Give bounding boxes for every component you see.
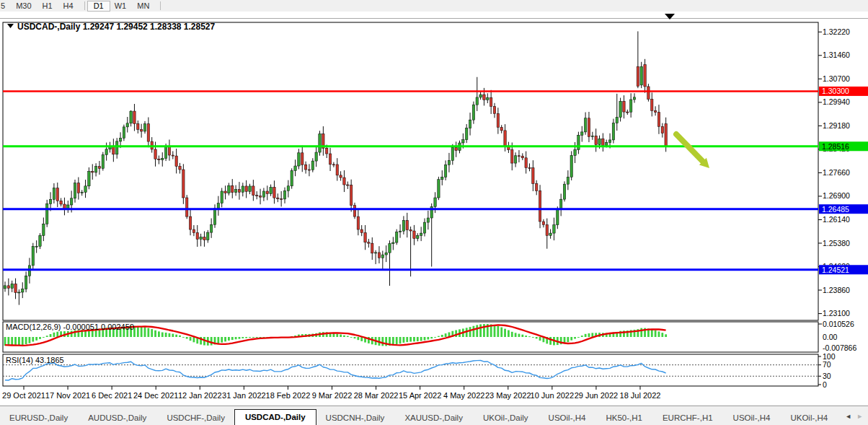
macd-axis-label: 0.010526 — [823, 320, 854, 328]
price-axis-label: 1.23860 — [823, 286, 850, 294]
tabs-scroll-right-icon[interactable]: ► — [856, 413, 863, 420]
tab-usoil-h4[interactable]: USOil-,H4 — [539, 411, 595, 425]
macd-axis-label: -0.007866 — [823, 343, 856, 352]
time-axis-label: 17 Nov 2021 — [45, 391, 90, 400]
tab-hk50-h1[interactable]: HK50-,H1 — [596, 411, 652, 425]
tab-eurusd-daily[interactable]: EURUSD-,Daily — [0, 411, 77, 425]
price-axis-label: 1.30700 — [823, 74, 850, 83]
rsi-axis-label: 70 — [823, 360, 831, 369]
tab-audusd-daily[interactable]: AUDUSD-,Daily — [79, 411, 156, 425]
price-badge-label: 1.30300 — [822, 87, 849, 95]
price-axis-label: 1.32220 — [823, 27, 850, 36]
price-axis-label: 1.25380 — [823, 239, 850, 247]
price-axis-label: 1.29180 — [823, 121, 850, 130]
time-axis-label: 24 Dec 2021 — [133, 391, 178, 400]
time-axis-label: 18 Jul 2022 — [620, 391, 661, 400]
price-badge-label: 1.24521 — [822, 266, 849, 274]
price-axis-label: 1.27660 — [823, 168, 850, 177]
time-axis-label: 12 Jan 2022 — [178, 391, 222, 400]
chart-title-ohlc: USDCAD-,Daily 1.29247 1.29452 1.28338 1.… — [17, 22, 216, 32]
time-axis-label: 18 Feb 2022 — [266, 391, 311, 400]
time-axis-label: 9 Mar 2022 — [312, 391, 353, 400]
tab-xauusd-daily[interactable]: XAUUSD-,Daily — [395, 411, 472, 425]
tab-usdcnh-daily[interactable]: USDCNH-,Daily — [316, 411, 394, 425]
price-axis-label: 1.29940 — [823, 97, 850, 106]
tabs-scroll-left-icon[interactable]: ◄ — [845, 413, 851, 420]
tab-usdchf-daily[interactable]: USDCHF-,Daily — [157, 411, 234, 425]
tab-usdcad-daily[interactable]: USDCAD-,Daily — [234, 409, 316, 425]
time-axis-label: 4 May 2022 — [443, 391, 484, 400]
tab-ukoil-daily[interactable]: UKOil-,Daily — [474, 411, 538, 425]
time-axis-label: 10 Jun 2022 — [531, 391, 575, 400]
rsi-axis-label: 30 — [823, 372, 831, 380]
time-axis-label: 29 Jun 2022 — [575, 391, 619, 400]
time-axis-label: 6 Dec 2021 — [92, 391, 132, 400]
tab-usoil-h4[interactable]: USOil-,H4 — [724, 411, 780, 425]
symbol-tab-bar: EURUSD-,DailyAUDUSD-,DailyUSDCHF-,DailyU… — [0, 406, 868, 425]
rsi-axis-label: 0 — [823, 380, 827, 389]
time-axis-label: 29 Oct 2021 — [2, 391, 45, 400]
tab-eurchf-h1[interactable]: EURCHF-,H1 — [653, 411, 722, 425]
time-axis-label: 31 Jan 2022 — [222, 391, 266, 400]
price-badge-label: 1.28516 — [822, 142, 849, 151]
macd-label: MACD(12,26,9) -0.000051 0.002450 — [6, 323, 134, 331]
price-axis-label: 1.23100 — [823, 309, 850, 317]
rsi-axis-label: 100 — [823, 352, 836, 361]
price-axis-label: 1.26900 — [823, 191, 850, 200]
price-axis-label: 1.31460 — [823, 51, 850, 59]
price-badge-label: 1.26485 — [822, 205, 849, 214]
tab-ukoil-h4[interactable]: UKOil-,H4 — [781, 411, 837, 425]
chart-window: 1.322201.314601.307001.299401.291801.284… — [0, 0, 868, 425]
time-axis-label: 28 Mar 2022 — [354, 391, 399, 400]
time-axis-label: 15 Apr 2022 — [399, 391, 441, 400]
time-axis-label: 23 May 2022 — [485, 391, 531, 400]
macd-axis-label: 0.00 — [823, 333, 838, 341]
price-axis-label: 1.26140 — [823, 215, 850, 224]
rsi-label: RSI(14) 43.1865 — [6, 356, 64, 364]
